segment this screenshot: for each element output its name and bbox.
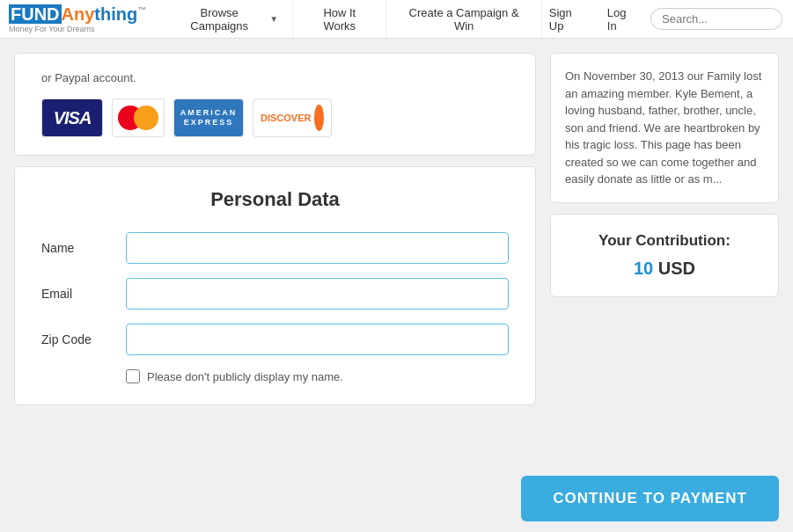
contribution-card: Your Contribution: 10 USD <box>550 214 779 297</box>
zip-form-group: Zip Code <box>41 324 509 355</box>
logo-tm: ™ <box>137 5 146 15</box>
signup-link[interactable]: Sign Up <box>542 3 591 36</box>
left-panel: or Paypal account. VISA AMERICAN EXPRESS <box>14 53 536 518</box>
amex-text-top: AMERICAN <box>180 108 238 118</box>
campaign-description-text: On November 30, 2013 our Family lost an … <box>565 68 764 188</box>
nav-bar: Browse Campaigns ▼ How It Works Create a… <box>158 0 542 38</box>
display-name-label: Please don't publicly display my name. <box>147 370 343 383</box>
card-logos: VISA AMERICAN EXPRESS DISCOVER <box>41 98 509 137</box>
mastercard-circle-right <box>134 106 158 130</box>
display-name-checkbox-row: Please don't publicly display my name. <box>126 369 509 383</box>
header: FUNDAnything™ Money For Your Dreams Brow… <box>0 0 793 39</box>
discover-logo: DISCOVER <box>253 98 332 137</box>
logo-fund: FUND <box>9 4 62 24</box>
amount-number: 10 <box>634 259 653 278</box>
sidebar-item-how-it-works[interactable]: How It Works <box>293 0 386 38</box>
personal-data-title: Personal Data <box>41 188 509 211</box>
sidebar-item-create-campaign[interactable]: Create a Campaign & Win <box>386 0 541 38</box>
sidebar-item-browse-campaigns[interactable]: Browse Campaigns ▼ <box>158 0 293 38</box>
header-right: Sign Up Log In <box>542 3 793 36</box>
email-input[interactable] <box>126 278 509 310</box>
visa-text: VISA <box>54 108 92 128</box>
payment-hint: or Paypal account. <box>41 71 509 84</box>
email-form-group: Email <box>41 278 509 310</box>
mastercard-logo <box>112 98 165 137</box>
create-campaign-label: Create a Campaign & Win <box>400 6 526 33</box>
browse-campaigns-arrow: ▼ <box>269 14 278 24</box>
contribution-amount: 10 USD <box>569 259 760 279</box>
logo[interactable]: FUNDAnything™ Money For Your Dreams <box>0 4 158 33</box>
contribution-title: Your Contribution: <box>569 232 760 250</box>
how-it-works-label: How It Works <box>307 6 371 33</box>
zip-input[interactable] <box>126 324 509 355</box>
name-input[interactable] <box>126 232 509 264</box>
discover-text: DISCOVER <box>261 113 311 123</box>
campaign-description-card: On November 30, 2013 our Family lost an … <box>550 53 779 203</box>
browse-campaigns-label: Browse Campaigns <box>173 6 266 33</box>
amount-currency: USD <box>658 259 695 278</box>
logo-any: Any <box>62 4 95 24</box>
payment-methods-card: or Paypal account. VISA AMERICAN EXPRESS <box>14 53 536 156</box>
right-panel: On November 30, 2013 our Family lost an … <box>550 53 779 518</box>
continue-to-payment-button[interactable]: CONTINUE TO PAYMENT <box>521 476 779 521</box>
login-link[interactable]: Log In <box>600 3 642 36</box>
name-form-group: Name <box>41 232 509 264</box>
search-input[interactable] <box>650 8 782 30</box>
visa-logo: VISA <box>41 98 103 137</box>
main-content: or Paypal account. VISA AMERICAN EXPRESS <box>0 39 793 532</box>
email-label: Email <box>41 287 112 301</box>
amex-text-bottom: EXPRESS <box>184 118 234 128</box>
logo-thing: thing <box>94 4 137 24</box>
amex-logo: AMERICAN EXPRESS <box>173 98 244 137</box>
bottom-bar: CONTINUE TO PAYMENT <box>0 465 793 532</box>
display-name-checkbox[interactable] <box>126 369 140 383</box>
personal-data-card: Personal Data Name Email Zip Code Please… <box>14 166 536 405</box>
name-label: Name <box>41 241 112 255</box>
discover-circle <box>314 105 324 131</box>
logo-text: FUNDAnything™ <box>9 4 150 25</box>
zip-label: Zip Code <box>41 332 112 346</box>
logo-tagline: Money For Your Dreams <box>9 25 150 33</box>
